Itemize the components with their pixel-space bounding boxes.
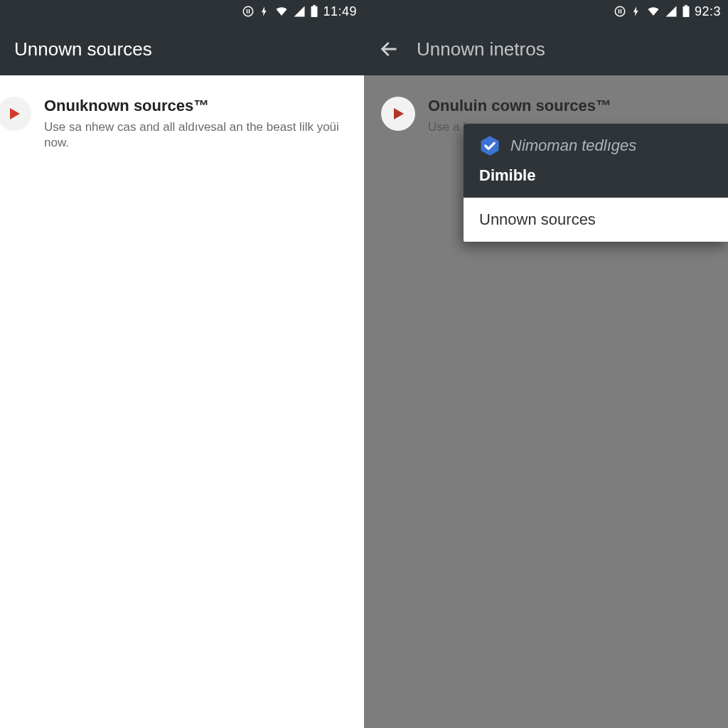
play-icon	[0, 97, 31, 131]
content-area: Onuıknown sources™ Use sa nhew cas and a…	[0, 75, 364, 728]
battery-icon	[310, 5, 318, 18]
page-title: Unnown inetros	[417, 38, 545, 60]
dialog-action-dimible[interactable]: Dimible	[479, 166, 712, 185]
location-icon	[259, 5, 270, 18]
app-bar: Unnown inetros	[364, 23, 728, 75]
setting-subtitle: Use sa nhew cas and all aldıvesal an the…	[44, 119, 347, 151]
setting-text: Onuıknown sources™ Use sa nhew cas and a…	[44, 97, 347, 151]
pause-circle-icon	[614, 5, 626, 18]
status-clock: 11:49	[323, 4, 357, 19]
page-title: Unnown sources	[14, 38, 152, 60]
screenshot-right: 92:3 Unnown inetros Onuluin cown sources…	[364, 0, 728, 728]
battery-icon	[682, 5, 690, 18]
setting-title: Onuıknown sources™	[44, 97, 347, 115]
screenshot-left: 11:49 Unnown sources Onuıknown sources™ …	[0, 0, 364, 728]
svg-rect-3	[311, 6, 318, 17]
dialog-header-area: Nimoman tedlıges Dimible	[464, 124, 728, 198]
content-area-dimmed: Onuluin cown sources™ Use a low n Nimoma…	[364, 75, 728, 728]
status-clock: 92:3	[695, 4, 721, 19]
status-bar: 11:49	[0, 0, 364, 23]
svg-marker-11	[481, 136, 499, 156]
setting-title: Onuluin cown sources™	[428, 97, 711, 115]
setting-row-unknown-sources[interactable]: Onuıknown sources™ Use sa nhew cas and a…	[17, 97, 347, 151]
svg-point-5	[615, 6, 625, 16]
wifi-icon	[646, 5, 660, 18]
dialog-app-name: Nimoman tedlıges	[510, 136, 636, 155]
shield-check-icon	[479, 135, 500, 156]
svg-rect-4	[314, 5, 316, 6]
dialog-header: Nimoman tedlıges	[479, 135, 712, 156]
svg-rect-8	[682, 6, 689, 17]
location-icon	[631, 5, 642, 18]
dialog-item-unknown-sources[interactable]: Unnown sources	[464, 198, 728, 242]
back-icon[interactable]	[378, 38, 400, 60]
status-bar: 92:3	[364, 0, 728, 23]
app-bar: Unnown sources	[0, 23, 364, 75]
svg-point-0	[244, 6, 254, 16]
play-icon	[381, 97, 415, 131]
pause-circle-icon	[242, 5, 255, 18]
options-dialog: Nimoman tedlıges Dimible Unnown sources	[464, 124, 728, 242]
signal-icon	[665, 5, 678, 18]
signal-icon	[293, 5, 306, 18]
svg-rect-9	[685, 5, 687, 6]
wifi-icon	[274, 5, 289, 18]
